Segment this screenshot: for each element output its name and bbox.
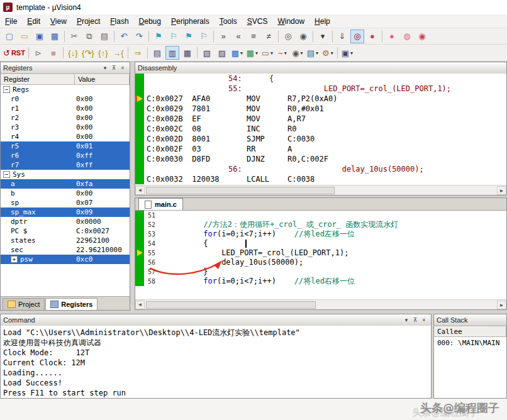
new-file-icon[interactable]: ▢ — [3, 30, 16, 43]
register-row-a[interactable]: a0xfa — [1, 179, 130, 189]
menu-flash[interactable]: Flash — [105, 15, 133, 28]
editor-line-51[interactable]: 51 — [135, 211, 506, 220]
register-row-r0[interactable]: r00x00 — [1, 94, 130, 104]
call-stack-window-icon[interactable]: ▨ — [215, 46, 229, 60]
copy-icon[interactable]: ⧉ — [82, 30, 96, 43]
disassembly-window-icon[interactable]: ▥ — [165, 46, 179, 60]
analysis-window-dropdown-icon[interactable]: ▾ — [284, 50, 287, 56]
start-stop-debug-icon[interactable]: ◎ — [350, 30, 364, 43]
editor-line-55[interactable]: 55 LED_PORT=_crol_(LED_PORT,1); — [135, 248, 506, 258]
disassembly-line-3[interactable]: C:0x0029 7801 MOV R0,#0x01 — [135, 104, 506, 114]
toolbox-dropdown-icon[interactable]: ▾ — [331, 50, 333, 56]
run-to-cursor-icon[interactable]: →{ — [111, 46, 125, 60]
step-over-icon[interactable]: {↷} — [81, 46, 95, 60]
editor-line-56[interactable]: 56 delay_10us(50000); — [135, 258, 506, 267]
disassembly-line-9[interactable]: 56: delay_10us(50000); — [135, 164, 506, 174]
menu-peripherals[interactable]: Peripherals — [166, 15, 214, 28]
trace-window-icon[interactable]: ◉▾ — [291, 46, 304, 60]
open-folder-icon[interactable]: ▭ — [18, 30, 31, 43]
uncomment-icon[interactable]: ≠ — [262, 30, 276, 43]
system-viewer-icon[interactable]: ▤▾ — [306, 46, 320, 60]
stop-icon[interactable]: ■ — [47, 46, 60, 60]
prev-bookmark-icon[interactable]: ⚐ — [167, 30, 181, 43]
panel-menu-icon[interactable]: ▾ — [402, 317, 411, 323]
watch-window-icon[interactable]: ▩▾ — [230, 46, 244, 60]
call-stack-row-0[interactable]: 000: \MAIN\MAIN — [434, 337, 506, 349]
register-row-psw[interactable]: +psw0xc0 — [1, 255, 130, 264]
value-column-label[interactable]: Value — [75, 74, 130, 85]
disassembly-line-8[interactable]: C:0x0030 D8FD DJNZ R0,C:002F — [135, 154, 506, 164]
save-all-icon[interactable]: ▦ — [48, 30, 62, 43]
system-viewer-dropdown-icon[interactable]: ▾ — [316, 50, 318, 56]
register-row-r2[interactable]: r20x00 — [1, 113, 130, 123]
register-row-sp[interactable]: sp0x07 — [1, 198, 130, 207]
scroll-right-icon[interactable]: ► — [497, 186, 506, 195]
menu-debug[interactable]: Debug — [134, 15, 166, 28]
register-row-r5[interactable]: r50x01 — [1, 141, 130, 151]
undo-icon[interactable]: ↶ — [117, 30, 131, 43]
run-icon[interactable]: ⊳ — [31, 46, 45, 60]
register-row-r7[interactable]: r70xff — [1, 160, 130, 170]
disassembly-line-1[interactable]: 55: LED_PORT=_crol_(LED_PORT,1); — [135, 84, 506, 94]
menu-help[interactable]: Help — [309, 15, 335, 28]
disassembly-line-2[interactable]: C:0x0027 AFA0 MOV R7,P2(0xA0) — [135, 94, 506, 104]
panel-menu-icon[interactable]: ▾ — [101, 65, 109, 71]
register-row-regs[interactable]: −Regs — [1, 85, 130, 94]
tab-project[interactable]: Project — [3, 298, 45, 310]
breakpoint-disable-icon[interactable]: ◍ — [400, 30, 414, 43]
editor-line-54[interactable]: 54 { — [135, 239, 506, 248]
step-out-icon[interactable]: {↑} — [96, 46, 110, 60]
register-row-dptr[interactable]: dptr0x0000 — [1, 217, 130, 226]
toolbox-icon[interactable]: ⚙▾ — [321, 46, 335, 60]
symbol-window-icon[interactable]: ▦ — [181, 46, 194, 60]
register-row-pc-[interactable]: PC $C:0x0027 — [1, 226, 130, 236]
insert-breakpoint-icon[interactable]: ● — [365, 30, 379, 43]
toolbar-overflow-icon[interactable]: ▾ — [316, 30, 330, 43]
watch-window-dropdown-icon[interactable]: ▾ — [240, 50, 243, 56]
step-into-icon[interactable]: {↓} — [66, 46, 80, 60]
register-column-label[interactable]: Register — [1, 74, 75, 85]
scrollbar-thumb[interactable] — [146, 187, 335, 194]
clear-bookmarks-icon[interactable]: ⚐ — [197, 30, 211, 43]
breakpoint-kill-all-icon[interactable]: ◉ — [415, 30, 429, 43]
disassembly-line-0[interactable]: 54: { — [135, 74, 506, 84]
memory-window-icon[interactable]: ▦▾ — [245, 46, 259, 60]
close-icon[interactable]: × — [420, 317, 428, 323]
outdent-icon[interactable]: « — [231, 30, 245, 43]
scrollbar-thumb[interactable] — [146, 301, 316, 309]
trace-window-dropdown-icon[interactable]: ▾ — [301, 50, 303, 56]
register-row-sys[interactable]: −Sys — [1, 170, 130, 179]
cut-icon[interactable]: ✂ — [67, 30, 81, 43]
indent-icon[interactable]: » — [216, 30, 230, 43]
bookmark-icon[interactable]: ⚑ — [152, 30, 165, 43]
disassembly-line-4[interactable]: C:0x002B EF MOV A,R7 — [135, 114, 506, 124]
editor-line-58[interactable]: 58 for(i=0;i<7;i++) //将led右移一位 — [135, 277, 506, 286]
disassembly-line-7[interactable]: C:0x002F 03 RR A — [135, 144, 506, 154]
close-icon[interactable]: × — [118, 65, 127, 71]
register-row-r6[interactable]: r60xff — [1, 151, 130, 160]
debug-restore-views-dropdown-icon[interactable]: ▾ — [350, 50, 353, 56]
pin-icon[interactable]: ⊼ — [109, 65, 118, 71]
tab-registers[interactable]: Registers — [45, 298, 98, 310]
command-window-icon[interactable]: ▤ — [150, 46, 164, 60]
disassembly-line-6[interactable]: C:0x002D 8001 SJMP C:0030 — [135, 134, 506, 144]
editor-line-57[interactable]: 57 } — [135, 267, 506, 277]
collapse-icon[interactable]: − — [3, 86, 10, 93]
registers-window-icon[interactable]: ▧ — [200, 46, 214, 60]
breakpoint-toggle-icon[interactable]: ● — [385, 30, 399, 43]
menu-file[interactable]: File — [0, 15, 22, 28]
disassembly-line-5[interactable]: C:0x002C 08 INC R0 — [135, 124, 506, 134]
editor-body[interactable]: 5152 //方法2：使用循环+_crol_ 或_cror_ 函数实现流水灯53… — [135, 211, 506, 300]
save-icon[interactable]: ▣ — [33, 30, 47, 43]
editor-line-53[interactable]: 53 for(i=0;i<7;i++) //将led左移一位 — [135, 229, 506, 239]
next-bookmark-icon[interactable]: ⚑ — [182, 30, 196, 43]
serial-window-dropdown-icon[interactable]: ▾ — [270, 50, 273, 56]
register-row-b[interactable]: b0x00 — [1, 189, 130, 198]
register-row-r3[interactable]: r30x00 — [1, 123, 130, 132]
show-next-statement-icon[interactable]: ⇒ — [131, 46, 145, 60]
collapse-icon[interactable]: − — [3, 171, 10, 178]
paste-icon[interactable]: ▤ — [98, 30, 111, 43]
menu-edit[interactable]: Edit — [22, 15, 45, 28]
scroll-right-icon[interactable]: ► — [497, 301, 506, 309]
scroll-left-icon[interactable]: ◄ — [135, 186, 145, 195]
